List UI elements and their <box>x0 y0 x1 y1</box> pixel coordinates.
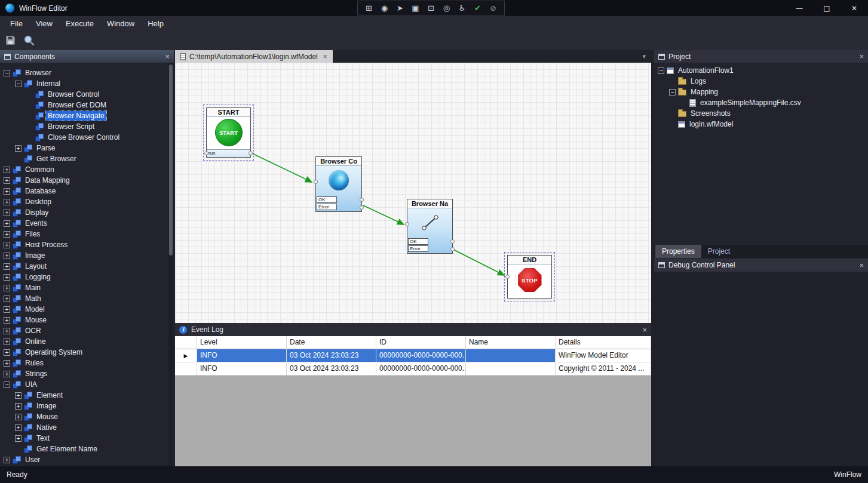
node-end[interactable]: END STOP <box>507 255 552 299</box>
record-icon[interactable]: ◎ <box>440 4 453 13</box>
tree-item[interactable]: exampleSimpleMappingFile.csv <box>654 97 868 108</box>
close-icon[interactable]: × <box>165 53 170 60</box>
scrollbar-thumb[interactable] <box>169 64 173 256</box>
tree-item[interactable]: Browser Script <box>0 121 168 132</box>
menu-window[interactable]: Window <box>100 16 141 32</box>
tree-item[interactable]: +Display <box>0 207 168 218</box>
connector-dot[interactable] <box>204 151 208 155</box>
column-header-date[interactable]: Date <box>287 336 376 349</box>
node-browser-navigate[interactable]: Browser Na OK Error <box>407 199 453 254</box>
expand-icon[interactable]: + <box>4 177 10 184</box>
collapse-icon[interactable]: − <box>4 70 10 76</box>
port-ok[interactable]: OK <box>317 196 337 203</box>
expand-icon[interactable]: + <box>4 242 10 248</box>
tree-item[interactable]: +Rules <box>0 358 168 368</box>
pointer-capture-icon[interactable]: ➤ <box>393 4 407 13</box>
tree-item[interactable]: −Mapping <box>654 87 868 97</box>
port-error[interactable]: Error <box>408 245 428 252</box>
expand-icon[interactable]: + <box>4 296 10 302</box>
components-scrollbar[interactable] <box>168 63 173 466</box>
tree-item[interactable]: login.wfModel <box>654 119 868 130</box>
tree-item[interactable]: +Math <box>0 293 168 304</box>
tree-item[interactable]: −Internal <box>0 78 168 89</box>
expand-icon[interactable]: + <box>15 392 22 399</box>
tree-item[interactable]: +Main <box>0 282 168 293</box>
menu-execute[interactable]: Execute <box>59 16 100 32</box>
menu-help[interactable]: Help <box>141 16 170 32</box>
node-start[interactable]: START START run <box>206 107 251 158</box>
check-icon[interactable]: ✔ <box>471 4 484 13</box>
event-log-row[interactable]: ▶INFO03 Oct 2024 23:03:2300000000-0000-0… <box>175 349 651 362</box>
column-header-details[interactable]: Details <box>556 336 651 349</box>
connector-dot[interactable] <box>450 247 455 251</box>
tree-item[interactable]: +Events <box>0 218 168 229</box>
port-ok[interactable]: OK <box>408 238 428 245</box>
tree-item[interactable]: +Layout <box>0 261 168 272</box>
node-browser-control[interactable]: Browser Co OK Error <box>315 156 362 212</box>
tree-item[interactable]: +Online <box>0 336 168 347</box>
tree-item[interactable]: Browser Control <box>0 89 168 100</box>
tree-item[interactable]: −AutomationFlow1 <box>654 65 868 76</box>
menu-view[interactable]: View <box>29 16 59 32</box>
tree-item[interactable]: +Data Mapping <box>0 175 168 186</box>
connector-dot[interactable] <box>249 151 253 155</box>
expand-icon[interactable]: + <box>4 199 10 205</box>
tree-item[interactable]: +Host Process <box>0 239 168 250</box>
tree-item[interactable]: +Mouse <box>0 315 168 325</box>
expand-icon[interactable]: + <box>4 328 10 334</box>
close-button[interactable]: ✕ <box>841 0 868 16</box>
expand-icon[interactable]: + <box>4 263 10 270</box>
document-tab[interactable]: C:\temp\AutomationFlow1\login.wfModel × <box>175 50 333 63</box>
connector-dot[interactable] <box>450 239 455 244</box>
collapse-icon[interactable]: − <box>669 89 676 96</box>
camera-icon[interactable]: ◉ <box>378 4 391 13</box>
region-select-icon[interactable]: ▣ <box>409 4 422 13</box>
menu-file[interactable]: File <box>4 16 29 32</box>
expand-icon[interactable]: + <box>4 360 10 367</box>
expand-icon[interactable]: + <box>4 457 10 463</box>
tree-item[interactable]: +User <box>0 454 168 465</box>
port-run[interactable]: run <box>207 149 250 157</box>
expand-icon[interactable]: + <box>15 424 22 431</box>
tree-item[interactable]: +Operating System <box>0 347 168 358</box>
tree-item[interactable]: +Logging <box>0 272 168 282</box>
connector-dot[interactable] <box>505 275 510 279</box>
tree-item[interactable]: +OCR <box>0 325 168 336</box>
tree-item[interactable]: Logs <box>654 76 868 87</box>
minimize-button[interactable]: — <box>786 0 813 16</box>
tree-item[interactable]: +Desktop <box>0 196 168 207</box>
tree-item[interactable]: −UIA <box>0 379 168 390</box>
tree-item[interactable]: +Element <box>0 390 168 401</box>
export-window-icon[interactable]: ⊞ <box>362 4 376 13</box>
expand-icon[interactable]: + <box>4 285 10 291</box>
zoom-icon[interactable] <box>23 35 35 48</box>
port-error[interactable]: Error <box>317 204 337 210</box>
expand-icon[interactable]: + <box>4 317 10 324</box>
tree-item[interactable]: Get Element Name <box>0 444 168 454</box>
collapse-icon[interactable]: − <box>4 382 10 388</box>
tree-item[interactable]: +Model <box>0 304 168 315</box>
expand-icon[interactable]: + <box>15 414 22 420</box>
save-icon[interactable] <box>5 35 16 48</box>
tree-item[interactable]: +Parse <box>0 143 168 153</box>
expand-icon[interactable]: + <box>4 274 10 281</box>
expand-icon[interactable]: + <box>4 253 10 259</box>
tree-item[interactable]: +Database <box>0 186 168 196</box>
tree-item[interactable]: Get Browser <box>0 153 168 164</box>
column-header-name[interactable]: Name <box>466 336 556 349</box>
column-header-level[interactable]: Level <box>197 336 287 349</box>
close-icon[interactable]: × <box>642 326 647 334</box>
tree-item[interactable]: +Image <box>0 401 168 411</box>
connector-dot[interactable] <box>360 198 364 202</box>
expand-icon[interactable]: + <box>15 435 22 442</box>
tree-item[interactable]: +Strings <box>0 368 168 379</box>
connector-dot[interactable] <box>405 222 409 226</box>
close-icon[interactable]: × <box>859 262 864 269</box>
expand-icon[interactable]: + <box>4 210 10 216</box>
accessibility-icon[interactable]: ♿ <box>455 4 469 13</box>
expand-icon[interactable]: + <box>4 339 10 345</box>
tree-item[interactable]: +Common <box>0 164 168 175</box>
expand-icon[interactable]: + <box>4 188 10 195</box>
tree-item[interactable]: Browser Navigate <box>0 110 168 121</box>
expand-icon[interactable]: + <box>4 220 10 227</box>
